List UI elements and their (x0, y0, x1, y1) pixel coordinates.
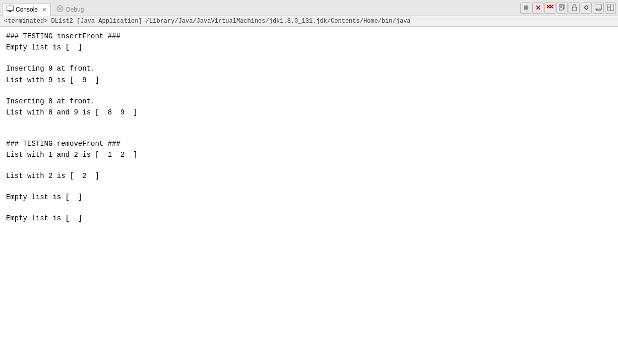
copy-button[interactable] (557, 3, 568, 14)
debug-icon (56, 5, 64, 14)
svg-rect-15 (572, 7, 577, 11)
copy-icon (559, 4, 565, 12)
console-blank-line (6, 161, 612, 171)
main-window: Console ✕ Debug (0, 0, 618, 364)
status-bar: <terminated> DList2 [Java Application] /… (0, 16, 618, 27)
console-line: List with 1 and 2 is [ 1 2 ] (6, 149, 612, 160)
terminate-button[interactable]: ✕ (532, 3, 543, 14)
close-all-icon (546, 5, 553, 12)
layout-button[interactable] (605, 3, 616, 14)
console-line: Inserting 9 at front. (6, 63, 612, 74)
screen-icon (595, 5, 602, 12)
console-blank-line (6, 118, 612, 129)
toolbar: Console ✕ Debug (0, 0, 618, 16)
console-line: ### TESTING insertFront ### (6, 31, 612, 42)
terminate-all-button[interactable] (544, 3, 555, 14)
sync-button[interactable] (581, 3, 592, 14)
console-blank-line (6, 86, 612, 96)
console-line: List with 9 is [ 9 ] (6, 75, 612, 86)
screen-button[interactable] (593, 3, 604, 14)
svg-rect-6 (524, 6, 528, 10)
console-blank-line (6, 53, 612, 64)
svg-rect-0 (7, 6, 14, 11)
svg-rect-16 (595, 5, 602, 9)
sync-icon (583, 5, 589, 12)
console-blank-line (6, 128, 612, 138)
console-tab-close[interactable]: ✕ (42, 7, 46, 13)
console-line: Empty list is [ ] (6, 213, 612, 224)
console-line: ### TESTING removeFront ### (6, 138, 612, 149)
console-line: List with 8 and 9 is [ 8 9 ] (6, 107, 612, 118)
console-output[interactable]: ### TESTING insertFront ###Empty list is… (0, 27, 618, 364)
lock-button[interactable] (569, 3, 580, 14)
status-text: <terminated> DList2 [Java Application] /… (4, 18, 411, 25)
stop-button[interactable] (520, 3, 531, 14)
console-blank-line (6, 203, 612, 213)
console-line: List with 2 is [ 2 ] (6, 170, 612, 181)
debug-tab-label: Debug (66, 6, 84, 13)
console-tab-label: Console (16, 6, 38, 13)
console-line: Empty list is [ ] (6, 42, 612, 53)
monitor-icon (7, 6, 14, 14)
console-tab[interactable]: Console ✕ (2, 3, 51, 16)
stop-icon (523, 5, 528, 11)
lock-icon (572, 4, 577, 12)
console-line: Empty list is [ ] (6, 192, 612, 203)
console-blank-line (6, 181, 612, 192)
layout-icon (607, 5, 614, 12)
console-line: Inserting 8 at front. (6, 96, 612, 107)
svg-rect-1 (9, 11, 11, 12)
debug-tab[interactable]: Debug (52, 3, 88, 16)
toolbar-actions: ✕ (520, 0, 616, 16)
close-icon: ✕ (535, 4, 541, 12)
svg-rect-2 (8, 12, 12, 12)
